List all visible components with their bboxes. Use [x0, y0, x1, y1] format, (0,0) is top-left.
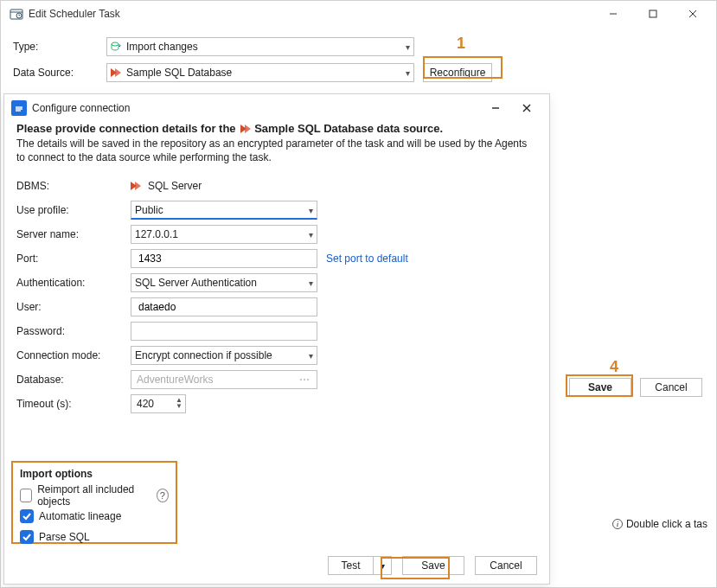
outer-cancel-button[interactable]: Cancel — [640, 378, 702, 397]
profile-select[interactable]: Public▾ — [131, 201, 317, 220]
user-label: User: — [16, 301, 131, 313]
auth-label: Authentication: — [16, 277, 131, 289]
outer-close-button[interactable] — [673, 1, 713, 27]
timeout-label: Timeout (s): — [16, 398, 131, 410]
inner-subtext: The details will be saved in the reposit… — [16, 137, 537, 164]
password-input[interactable] — [131, 322, 317, 341]
stepper-icon[interactable]: ▲▼ — [176, 397, 182, 409]
type-label: Type: — [13, 41, 106, 53]
connection-form: DBMS: SQL Server Use profile: Public▾ Se… — [4, 164, 549, 415]
import-options-section: Import options Reimport all included obj… — [11, 461, 177, 544]
inner-title: Configure connection — [32, 102, 130, 114]
chevron-down-icon: ▾ — [309, 230, 313, 240]
chevron-down-icon: ▾ — [309, 351, 313, 361]
timeout-input[interactable]: 420 ▲▼ — [131, 394, 186, 413]
chevron-down-icon: ▾ — [309, 205, 313, 214]
server-select[interactable]: 127.0.0.1▾ — [131, 225, 317, 244]
callout-3-box — [381, 557, 450, 579]
reimport-checkbox[interactable] — [20, 489, 32, 502]
chevron-down-icon: ▾ — [406, 42, 410, 52]
auth-select[interactable]: SQL Server Authentication▾ — [131, 273, 317, 292]
server-label: Server name: — [16, 228, 131, 240]
type-value: Import changes — [126, 41, 198, 53]
type-select[interactable]: Import changes ▾ — [106, 37, 414, 56]
info-icon: i — [612, 519, 623, 529]
svg-point-3 — [112, 42, 118, 46]
chevron-down-icon: ▾ — [309, 278, 313, 288]
parse-sql-checkbox[interactable] — [20, 530, 34, 544]
ellipsis-icon: ⋯ — [299, 374, 311, 386]
import-icon — [111, 41, 123, 53]
lineage-label: Automatic lineage — [39, 510, 121, 522]
inner-headline: Please provide connection details for th… — [16, 122, 537, 135]
dbms-value: SQL Server — [148, 180, 202, 192]
inner-cancel-button[interactable]: Cancel — [475, 556, 537, 575]
document-icon — [11, 100, 27, 116]
datasource-value: Sample SQL Database — [126, 67, 232, 79]
database-input: AdventureWorks ⋯ — [131, 370, 317, 389]
inner-close-button[interactable] — [511, 96, 542, 120]
password-label: Password: — [16, 325, 131, 337]
user-input[interactable] — [131, 297, 317, 316]
callout-4: 4 — [610, 358, 618, 376]
test-button[interactable]: Test — [328, 556, 373, 575]
outer-minimize-button[interactable] — [593, 1, 633, 27]
reimport-label: Reimport all included objects — [37, 483, 153, 508]
datasource-select[interactable]: Sample SQL Database ▾ — [106, 63, 414, 82]
dbms-label: DBMS: — [16, 180, 131, 192]
inner-titlebar: Configure connection — [4, 94, 549, 122]
outer-titlebar: Edit Scheduler Task — [1, 1, 716, 27]
import-options-heading: Import options — [20, 468, 169, 480]
callout-4-box — [566, 374, 633, 397]
sqlserver-icon — [131, 182, 143, 190]
svg-rect-2 — [650, 10, 656, 17]
callout-1: 1 — [457, 35, 465, 53]
set-port-default-link[interactable]: Set port to default — [326, 252, 408, 265]
help-icon[interactable]: ? — [157, 489, 169, 502]
outer-title: Edit Scheduler Task — [29, 8, 120, 20]
port-label: Port: — [16, 252, 131, 265]
inner-button-row: Test ▾ Save Cancel — [4, 556, 549, 575]
connmode-label: Connection mode: — [16, 349, 131, 361]
brand-flag-icon — [240, 125, 253, 133]
database-label: Database: — [16, 374, 131, 386]
datasource-label: Data Source: — [13, 67, 106, 79]
port-input[interactable] — [131, 249, 317, 268]
lineage-checkbox[interactable] — [20, 509, 34, 523]
parse-sql-label: Parse SQL — [39, 531, 90, 543]
callout-1-box — [423, 56, 503, 79]
chevron-down-icon: ▾ — [406, 68, 410, 78]
footer-hint: i Double click a tas — [612, 518, 707, 530]
scheduler-icon — [10, 7, 23, 21]
inner-minimize-button[interactable] — [480, 96, 511, 120]
configure-connection-dialog: Configure connection Please provide conn… — [3, 93, 550, 585]
datasource-icon — [111, 67, 123, 79]
connmode-select[interactable]: Encrypt connection if possible▾ — [131, 346, 317, 365]
outer-maximize-button[interactable] — [633, 1, 673, 27]
profile-label: Use profile: — [16, 204, 131, 216]
